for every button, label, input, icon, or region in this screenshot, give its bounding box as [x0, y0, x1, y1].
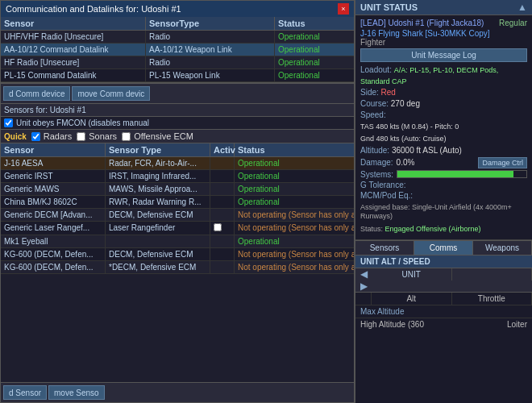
cell-type: *DECM, Defensive ECM [106, 261, 210, 273]
unit-message-log-button[interactable]: Unit Message Log [360, 48, 527, 62]
damage-value: 0.0% [397, 158, 415, 167]
cell-status: Operational [235, 235, 354, 247]
lower-header-type: Sensor Type [106, 143, 210, 156]
table-row[interactable]: KG-600 (DECM, Defen... DECM, Defensive E… [1, 248, 354, 261]
unit-tabs: Sensors Comms Weapons [355, 240, 532, 256]
tab-weapons[interactable]: Weapons [473, 241, 532, 255]
table-row[interactable]: KG-600 (DECM, Defen... *DECM, Defensive … [1, 261, 354, 274]
blank-cell [355, 293, 372, 305]
move-sensor-button[interactable]: move Senso [48, 385, 105, 400]
arrow-right-button[interactable]: ▶ [355, 280, 372, 292]
cell-sensor: Generic MAWS [1, 183, 106, 195]
cell-type: RWR, Radar Warning R... [106, 196, 210, 208]
unit-info-section: [LEAD] Udoshi #1 (Flight Jacka18) Regula… [355, 15, 532, 240]
table-row[interactable]: Generic IRST IRST, Imaging Infrared... O… [1, 170, 354, 183]
unit-lead: [LEAD] Udoshi #1 (Flight Jacka18) [360, 19, 484, 27]
close-button[interactable]: × [338, 3, 349, 15]
table-row[interactable]: AA-10/12 Command Datalink AA-10/12 Weapo… [1, 44, 354, 56]
header-status: Status [275, 17, 355, 30]
cell-activ [210, 209, 235, 221]
lower-header-sensor: Sensor [1, 143, 106, 156]
mcm-label: MCM/Pod Eq.: [360, 191, 413, 200]
assigned-base-label: Assigned base: [360, 203, 410, 211]
cell-type: Laser Rangefinder [106, 222, 210, 235]
cell-activ[interactable] [210, 222, 235, 235]
lower-sensor-table: Sensor Sensor Type Activ Status J-16 AES… [1, 143, 354, 382]
course-row: Course: 270 deg [360, 98, 527, 109]
tab-sensors[interactable]: Sensors [355, 241, 414, 255]
table-row[interactable]: China BM/KJ 8602C RWR, Radar Warning R..… [1, 196, 354, 209]
sonars-checkbox[interactable] [77, 132, 85, 141]
cell-activ [210, 196, 235, 208]
cell-type: Radio [146, 31, 275, 43]
activ-checkbox[interactable] [214, 223, 222, 231]
speed-label: Speed: [360, 110, 386, 119]
side-label: Side: [360, 88, 379, 97]
radars-label: Radars [44, 131, 72, 141]
table-row[interactable]: Generic Laser Rangef... Laser Rangefinde… [1, 222, 354, 235]
cell-sensor: KG-600 (DECM, Defen... [1, 261, 106, 273]
side-value: Red [381, 88, 396, 97]
course-label: Course: [360, 99, 389, 108]
cell-status: Operational [235, 170, 354, 182]
damage-row: Damage: 0.0% Damage Ctrl [360, 157, 527, 168]
high-alt-row: High Altitude (360 Loiter [355, 318, 532, 330]
add-comm-device-button[interactable]: d Comm device [3, 86, 70, 101]
filter-row: Quick Radars Sonars Offensive ECM [1, 130, 354, 143]
table-row[interactable]: PL-15 Command Datalink PL-15 Weapon Link… [1, 69, 354, 82]
comm-datalinks-dialog: Communication and Datalinks for: Udoshi … [0, 0, 355, 403]
altitude-row: Altitude: 36000 ft ASL (Auto) [360, 145, 527, 156]
systems-bar [397, 171, 513, 177]
offensive-ecm-filter: Offensive ECM [122, 131, 193, 141]
cell-activ [210, 157, 235, 169]
tas-row: TAS 480 kts (M 0.84) - Pitch: 0 [360, 121, 527, 132]
sonars-filter: Sonars [77, 131, 117, 141]
status-value: Engaged Offensive (Airborne) [385, 225, 481, 233]
fmcon-label: Unit obeys FMCON (disables manual [16, 118, 149, 127]
cell-activ [210, 235, 235, 247]
altitude-value: 36000 ft ASL (Auto) [392, 146, 462, 155]
cell-type: DECM, Defensive ECM [106, 209, 210, 221]
add-sensor-button[interactable]: d Sensor [3, 385, 47, 400]
table-row[interactable]: J-16 AESA Radar, FCR, Air-to-Air-... Ope… [1, 157, 354, 170]
fmcon-checkbox[interactable] [4, 118, 13, 127]
arrow-left-button[interactable]: ◀ [355, 268, 372, 280]
alt-speed-section: UNIT ALT / SPEED ◀ UNIT ▶ Alt Throttle [355, 256, 532, 330]
alt-speed-header: UNIT ALT / SPEED [355, 256, 532, 268]
cell-sensor: KG-600 (DECM, Defen... [1, 248, 106, 260]
unit-col-header: UNIT [372, 268, 452, 280]
move-comm-device-button[interactable]: move Comm devic [72, 86, 150, 101]
cell-status: Not operating (Sensor has only active mo… [235, 261, 354, 273]
table-row[interactable]: Generic DECM [Advan... DECM, Defensive E… [1, 209, 354, 222]
cell-sensor: China BM/KJ 8602C [1, 196, 106, 208]
damage-ctrl-button[interactable]: Damage Ctrl [478, 157, 527, 168]
table-row[interactable]: Mk1 Eyeball Operational [1, 235, 354, 248]
upper-table-header: Sensor SensorType Status [1, 17, 354, 31]
unit-col-spacer [452, 268, 533, 280]
max-alt-row: Max Altitude [355, 305, 532, 318]
cell-status: Operational [275, 69, 355, 81]
offensive-ecm-checkbox[interactable] [122, 132, 131, 141]
regular-label: Regular [499, 19, 527, 27]
gnd-value: Gnd 480 kts (Auto: Cruise) [360, 135, 447, 143]
table-row[interactable]: UHF/VHF Radio [Unsecure] Radio Operation… [1, 31, 354, 44]
g-tolerance-row: G Tolerance: [360, 181, 527, 189]
radars-filter: Radars [31, 131, 72, 141]
dialog-title: Communication and Datalinks for: Udoshi … [6, 4, 181, 14]
lower-header-status: Status [235, 143, 354, 156]
table-row[interactable]: HF Radio [Unsecure] Radio Operational [1, 56, 354, 69]
tab-comms[interactable]: Comms [414, 241, 473, 255]
cell-type: DECM, Defensive ECM [106, 248, 210, 260]
systems-label: Systems: [360, 170, 393, 179]
collapse-button[interactable]: ▲ [517, 2, 527, 13]
radars-checkbox[interactable] [31, 132, 40, 141]
cell-sensor: Mk1 Eyeball [1, 235, 106, 247]
cell-status: Operational [275, 44, 355, 56]
damage-label: Damage: [360, 158, 393, 167]
speed-row: Speed: [360, 110, 527, 120]
table-row[interactable]: Generic MAWS MAWS, Missile Approa... Ope… [1, 183, 354, 196]
cell-type: AA-10/12 Weapon Link [146, 44, 275, 56]
aircraft-name: J-16 Flying Shark [Su-30MKK Copy] [360, 29, 527, 38]
cell-type: IRST, Imaging Infrared... [106, 170, 210, 182]
cell-type: MAWS, Missile Approa... [106, 183, 210, 195]
